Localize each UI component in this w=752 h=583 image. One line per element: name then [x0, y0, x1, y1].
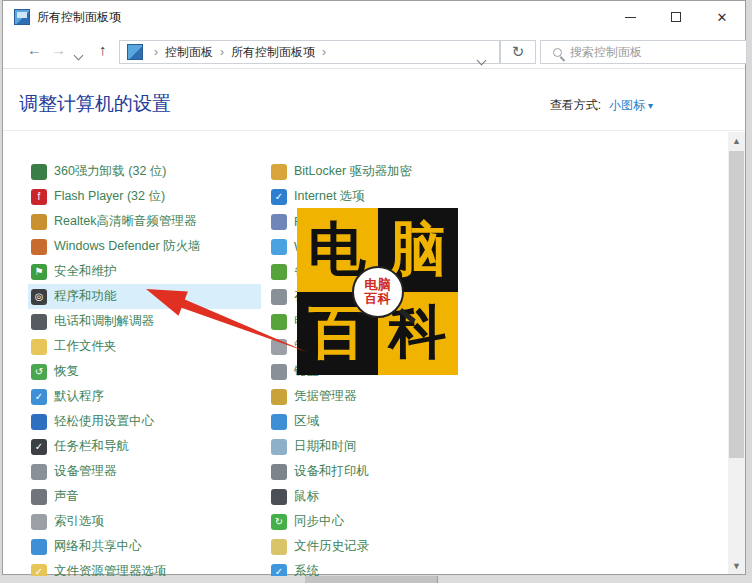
item-label: 区域 [294, 413, 319, 430]
control-panel-icon [14, 9, 30, 25]
ease-of-access-icon [31, 414, 47, 430]
programs-features-icon: ◎ [31, 289, 47, 305]
taskbar-navigation-icon: ✓ [31, 439, 47, 455]
item-label: BitLocker 驱动器加密 [294, 163, 412, 180]
address-dropdown[interactable] [478, 50, 485, 68]
breadcrumb-separator-icon: › [315, 45, 333, 59]
item-label: 安全和维护 [54, 263, 117, 280]
cp-item[interactable]: Windows Defender 防火墙 [28, 234, 261, 259]
remote-app-icon [271, 214, 287, 230]
breadcrumb-all-items[interactable]: 所有控制面板项 [231, 44, 315, 61]
minimize-icon [625, 17, 636, 18]
item-label: 声音 [54, 488, 79, 505]
cp-item[interactable]: 区域 [268, 409, 498, 434]
taskbar-button [305, 576, 438, 583]
item-label: 默认程序 [54, 388, 104, 405]
cp-item-selected[interactable]: ◎程序和功能 [28, 284, 261, 309]
scroll-up-button[interactable]: ▲ [728, 132, 745, 149]
cp-item[interactable]: 凭据管理器 [268, 384, 498, 409]
search-icon [553, 48, 562, 57]
recovery-icon: ↺ [31, 364, 47, 380]
firewall-icon [31, 239, 47, 255]
work-folders-icon [31, 339, 47, 355]
power-options-icon [271, 314, 287, 330]
cp-item[interactable]: ↻同步中心 [268, 509, 498, 534]
cp-item[interactable]: ✓Internet 选项 [268, 184, 498, 209]
chevron-down-icon: ▾ [648, 100, 653, 111]
cp-item[interactable]: 设备和打印机 [268, 459, 498, 484]
up-button[interactable]: ↑ [99, 41, 107, 58]
internet-options-icon: ✓ [271, 189, 287, 205]
breadcrumb-control-panel[interactable]: 控制面板 [165, 44, 213, 61]
bitlocker-lock-icon [271, 164, 287, 180]
default-programs-icon: ✓ [31, 389, 47, 405]
item-label: 程序和功能 [54, 288, 117, 305]
cp-item[interactable]: 设备管理器 [28, 459, 261, 484]
view-by-control[interactable]: 查看方式:小图标▾ [550, 97, 653, 114]
cp-item[interactable]: 网络和共享中心 [28, 534, 261, 559]
vertical-scrollbar[interactable]: ▲ ▼ [728, 132, 745, 574]
chevron-down-icon [74, 51, 84, 61]
minimize-button[interactable] [607, 1, 653, 33]
breadcrumb-separator-icon: › [213, 45, 231, 59]
control-panel-icon [127, 44, 143, 60]
cp-item[interactable]: 索引选项 [28, 509, 261, 534]
item-label: 索引选项 [54, 513, 104, 530]
sound-icon [31, 489, 47, 505]
cp-item[interactable]: ⚑安全和维护 [28, 259, 261, 284]
item-label: Flash Player (32 位) [54, 188, 165, 205]
item-label: Windows Defender 防火墙 [54, 238, 201, 255]
cp-item[interactable]: ↺恢复 [28, 359, 261, 384]
taskbar-strip [0, 576, 752, 583]
cp-item[interactable]: BitLocker 驱动器加密 [268, 159, 498, 184]
network-sharing-icon [31, 539, 47, 555]
cp-item[interactable]: ✓任务栏和导航 [28, 434, 261, 459]
cp-item[interactable]: fFlash Player (32 位) [28, 184, 261, 209]
cp-item[interactable]: 轻松使用设置中心 [28, 409, 261, 434]
item-label: 恢复 [54, 363, 79, 380]
storage-spaces-icon [271, 289, 287, 305]
refresh-icon: ↻ [512, 43, 525, 61]
uninstaller-icon [31, 164, 47, 180]
breadcrumb[interactable]: › 控制面板 › 所有控制面板项 › [119, 40, 500, 64]
backup-restore-icon [271, 264, 287, 280]
indexing-options-icon [31, 514, 47, 530]
navigation-bar: ← → ↑ › 控制面板 › 所有控制面板项 › ↻ 搜索控制面板 [3, 33, 745, 69]
back-button[interactable]: ← [27, 41, 42, 58]
search-input[interactable]: 搜索控制面板 [540, 40, 747, 64]
maximize-button[interactable] [653, 1, 699, 33]
item-label: 任务栏和导航 [54, 438, 129, 455]
item-label: Realtek高清晰音频管理器 [54, 213, 196, 230]
item-label: 工作文件夹 [54, 338, 117, 355]
maximize-icon [671, 12, 681, 22]
scroll-down-button[interactable]: ▼ [728, 557, 745, 574]
cp-item[interactable]: ✓默认程序 [28, 384, 261, 409]
recent-pages-dropdown[interactable] [75, 45, 82, 62]
cp-item[interactable]: 鼠标 [268, 484, 498, 509]
title-bar[interactable]: 所有控制面板项 ✕ [3, 1, 745, 33]
cp-item[interactable]: 电话和调制解调器 [28, 309, 261, 334]
refresh-button[interactable]: ↻ [500, 40, 536, 64]
item-label: 设备管理器 [54, 463, 117, 480]
cp-item[interactable]: 声音 [28, 484, 261, 509]
cp-item[interactable]: 文件历史记录 [268, 534, 498, 559]
view-by-label: 查看方式: [550, 98, 601, 112]
breadcrumb-separator-icon: › [147, 45, 165, 59]
scrollbar-thumb[interactable] [729, 151, 744, 458]
devices-printers-icon [271, 464, 287, 480]
cp-item[interactable]: Realtek高清晰音频管理器 [28, 209, 261, 234]
close-button[interactable]: ✕ [699, 1, 745, 33]
cp-item[interactable]: 日期和时间 [268, 434, 498, 459]
cp-item[interactable]: 工作文件夹 [28, 334, 261, 359]
item-label: 网络和共享中心 [54, 538, 142, 555]
search-placeholder: 搜索控制面板 [570, 44, 642, 61]
forward-button[interactable]: → [51, 41, 66, 58]
view-by-value[interactable]: 小图标 [609, 98, 645, 112]
item-label: 同步中心 [294, 513, 344, 530]
phone-modem-icon [31, 314, 47, 330]
items-column-left: 360强力卸载 (32 位) fFlash Player (32 位) Real… [28, 159, 261, 583]
credential-manager-icon [271, 389, 287, 405]
mouse-icon [271, 489, 287, 505]
cp-item[interactable]: 360强力卸载 (32 位) [28, 159, 261, 184]
page-header: 调整计算机的设置 查看方式:小图标▾ [3, 69, 745, 131]
